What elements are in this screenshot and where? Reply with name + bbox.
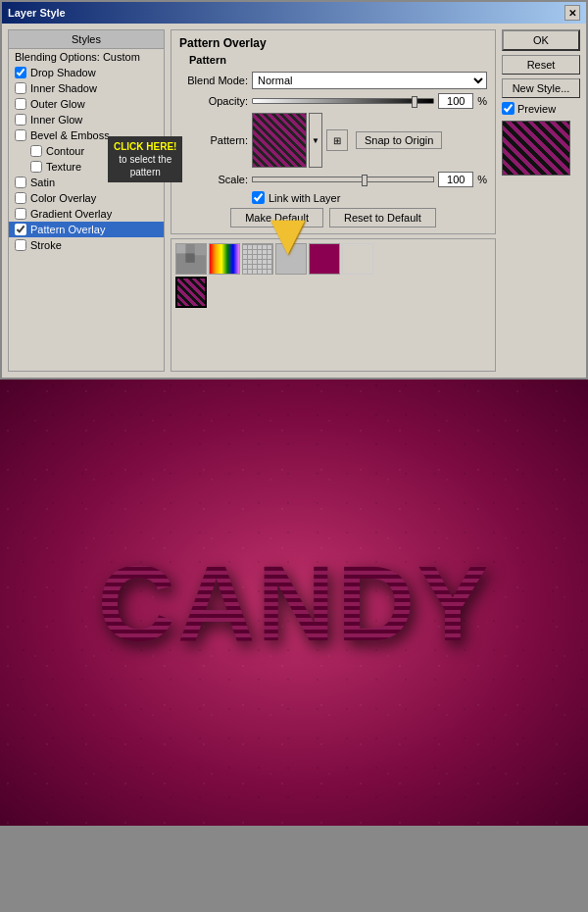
contour-checkbox[interactable]	[30, 145, 42, 157]
new-style-button[interactable]: New Style...	[502, 78, 580, 98]
pattern-swatch-grid	[175, 243, 491, 275]
link-with-layer-row: Link with Layer	[179, 191, 487, 204]
styles-header[interactable]: Styles	[9, 30, 164, 49]
blending-options-item[interactable]: Blending Options: Custom	[9, 49, 164, 65]
pattern-overlay-label: Pattern Overlay	[30, 224, 105, 235]
middle-panel: Pattern Overlay Pattern Blend Mode: Norm…	[171, 29, 496, 372]
pattern-swatch-rainbow[interactable]	[209, 243, 240, 275]
pattern-overlay-section: Pattern Overlay Pattern Blend Mode: Norm…	[171, 29, 496, 234]
scale-thumb[interactable]	[362, 175, 368, 186]
inner-glow-checkbox[interactable]	[15, 114, 26, 126]
pattern-swatch-pink[interactable]	[309, 243, 340, 275]
bevel-emboss-checkbox[interactable]	[15, 129, 26, 141]
layer-style-dialog: Layer Style ✕ CLICK HERE! to select the …	[0, 0, 588, 380]
inner-glow-label: Inner Glow	[30, 114, 82, 126]
drop-shadow-checkbox[interactable]	[15, 67, 26, 78]
color-overlay-checkbox[interactable]	[15, 192, 26, 204]
scale-unit: %	[477, 174, 487, 185]
stroke-label: Stroke	[30, 239, 62, 251]
pattern-swatch-gray[interactable]	[275, 243, 307, 275]
pattern-swatch-empty	[342, 243, 373, 275]
outer-glow-label: Outer Glow	[30, 98, 85, 110]
opacity-slider[interactable]	[252, 98, 434, 104]
pattern-overlay-checkbox[interactable]	[15, 224, 26, 235]
pattern-swatch-crosshatch[interactable]	[242, 243, 273, 275]
satin-item[interactable]: Satin	[9, 175, 164, 190]
texture-checkbox[interactable]	[30, 161, 42, 173]
gradient-overlay-checkbox[interactable]	[15, 208, 26, 220]
pattern-swatch-stripe[interactable]	[175, 277, 207, 308]
gradient-overlay-label: Gradient Overlay	[30, 208, 112, 220]
stroke-item[interactable]: Stroke	[9, 237, 164, 253]
color-overlay-item[interactable]: Color Overlay	[9, 190, 164, 206]
opacity-input[interactable]	[438, 93, 473, 109]
dialog-body: CLICK HERE! to select the pattern ▼ Styl…	[2, 24, 586, 378]
canvas-area: CANDY	[0, 380, 588, 826]
reset-to-default-button[interactable]: Reset to Default	[329, 208, 436, 228]
inner-shadow-checkbox[interactable]	[15, 82, 26, 94]
satin-label: Satin	[30, 177, 55, 188]
opacity-label: Opacity:	[179, 95, 248, 107]
pattern-options-button[interactable]: ⊞	[326, 129, 348, 151]
picker-empty-space	[175, 308, 491, 367]
contour-label: Contour	[46, 145, 84, 157]
pattern-dropdown-button[interactable]: ▼	[309, 113, 322, 168]
make-default-button[interactable]: Make Default	[230, 208, 323, 228]
pattern-label: Pattern:	[179, 134, 248, 146]
gradient-overlay-item[interactable]: Gradient Overlay	[9, 206, 164, 222]
link-with-layer-label: Link with Layer	[269, 192, 340, 204]
texture-item[interactable]: Texture	[9, 159, 164, 175]
pattern-picker-popup	[171, 238, 496, 372]
link-with-layer-checkbox[interactable]	[252, 191, 265, 204]
scale-row: Scale: %	[179, 172, 487, 187]
preview-label-text: Preview	[517, 103, 556, 115]
inner-shadow-label: Inner Shadow	[30, 82, 97, 94]
scale-slider[interactable]	[252, 177, 434, 182]
blend-mode-row: Blend Mode: Normal Multiply Screen Overl…	[179, 72, 487, 89]
color-overlay-label: Color Overlay	[30, 192, 96, 204]
pattern-swatch-noise[interactable]	[175, 243, 207, 275]
blend-mode-select[interactable]: Normal Multiply Screen Overlay	[252, 72, 487, 89]
preview-box	[502, 121, 570, 176]
pattern-swatch-row2	[175, 277, 491, 308]
title-bar: Layer Style ✕	[2, 2, 586, 24]
outer-glow-checkbox[interactable]	[15, 98, 26, 110]
section-title: Pattern Overlay	[179, 36, 487, 50]
close-button[interactable]: ✕	[564, 5, 580, 21]
outer-glow-item[interactable]: Outer Glow	[9, 96, 164, 112]
drop-shadow-item[interactable]: Drop Shadow	[9, 65, 164, 80]
satin-checkbox[interactable]	[15, 177, 26, 188]
action-buttons-row: Make Default Reset to Default	[179, 208, 487, 228]
left-panel: Styles Blending Options: Custom Drop Sha…	[8, 29, 165, 372]
opacity-unit: %	[477, 95, 487, 107]
texture-label: Texture	[46, 161, 81, 173]
pattern-row: Pattern: ▼ ⊞ Snap to Origin	[179, 113, 487, 168]
preview-row: Preview	[502, 102, 580, 115]
reset-button[interactable]: Reset	[502, 55, 580, 75]
subsection-title: Pattern	[189, 54, 487, 66]
snap-to-origin-button[interactable]: Snap to Origin	[356, 131, 442, 149]
preview-checkbox[interactable]	[502, 102, 514, 115]
bevel-emboss-label: Bevel & Emboss	[30, 129, 110, 141]
opacity-thumb[interactable]	[412, 96, 417, 108]
candy-text: CANDY	[97, 540, 490, 665]
right-panel: OK Reset New Style... Preview	[502, 29, 580, 372]
opacity-row: Opacity: %	[179, 93, 487, 109]
pattern-preview[interactable]	[252, 113, 307, 168]
inner-shadow-item[interactable]: Inner Shadow	[9, 80, 164, 96]
contour-item[interactable]: Contour	[9, 143, 164, 159]
scale-label: Scale:	[179, 174, 248, 185]
drop-shadow-label: Drop Shadow	[30, 67, 96, 78]
bevel-emboss-item[interactable]: Bevel & Emboss	[9, 127, 164, 143]
blend-mode-label: Blend Mode:	[179, 75, 248, 86]
inner-glow-item[interactable]: Inner Glow	[9, 112, 164, 127]
stroke-checkbox[interactable]	[15, 239, 26, 251]
blending-options-label: Blending Options: Custom	[15, 51, 140, 63]
dialog-title: Layer Style	[8, 7, 66, 19]
ok-button[interactable]: OK	[502, 29, 580, 51]
pattern-overlay-item[interactable]: Pattern Overlay	[9, 222, 164, 237]
scale-input[interactable]	[438, 172, 473, 187]
